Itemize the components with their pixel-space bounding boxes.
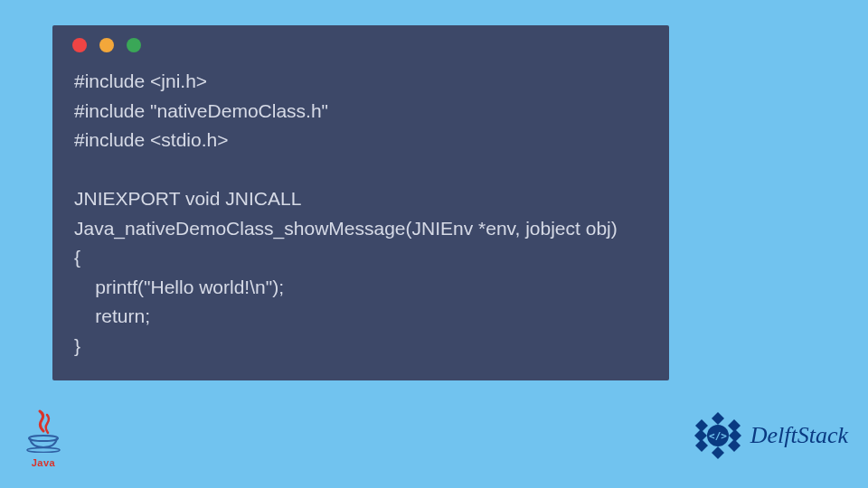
- code-line: #include <jni.h>: [74, 70, 207, 91]
- code-line: }: [74, 335, 80, 356]
- svg-marker-9: [695, 419, 708, 432]
- svg-marker-5: [728, 439, 741, 452]
- window-minimize-dot: [99, 38, 114, 52]
- code-line: {: [74, 247, 80, 267]
- svg-marker-2: [712, 412, 724, 425]
- code-line: #include <stdio.h>: [74, 129, 228, 150]
- java-steam-icon: [31, 409, 56, 436]
- svg-text:</>: </>: [709, 430, 727, 442]
- svg-marker-7: [695, 439, 708, 452]
- svg-point-0: [29, 436, 58, 441]
- svg-marker-8: [694, 429, 707, 442]
- code-line: return;: [74, 305, 150, 326]
- delftstack-icon: </>: [691, 408, 745, 463]
- java-logo-text: Java: [32, 457, 55, 468]
- svg-point-1: [27, 448, 60, 453]
- code-line: Java_nativeDemoClass_showMessage(JNIEnv …: [74, 218, 618, 239]
- code-line: #include "nativeDemoClass.h": [74, 100, 328, 121]
- delftstack-logo-text: DelftStack: [750, 422, 848, 449]
- java-logo: Java: [22, 412, 65, 468]
- svg-marker-6: [712, 446, 724, 459]
- window-controls: [52, 25, 669, 61]
- window-close-dot: [72, 38, 87, 52]
- code-line: JNIEXPORT void JNICALL: [74, 188, 301, 209]
- window-maximize-dot: [127, 38, 141, 52]
- delftstack-logo: </> DelftStack: [691, 408, 848, 463]
- svg-marker-3: [728, 419, 741, 432]
- code-line: printf("Hello world!\n");: [74, 277, 284, 297]
- code-block: #include <jni.h> #include "nativeDemoCla…: [52, 61, 669, 368]
- java-cup-icon: [25, 435, 61, 456]
- code-window: #include <jni.h> #include "nativeDemoCla…: [52, 25, 669, 380]
- svg-marker-4: [729, 429, 741, 442]
